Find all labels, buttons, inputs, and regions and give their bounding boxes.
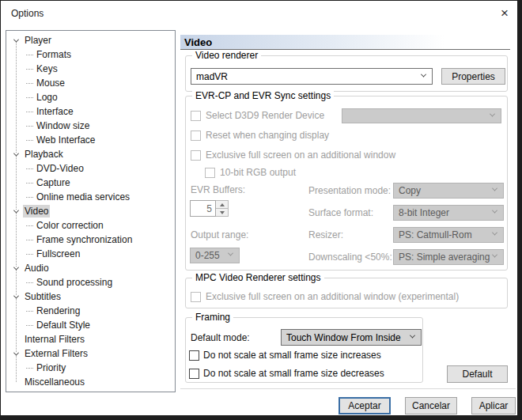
window-title: Options (11, 8, 44, 19)
chevron-down-icon (490, 111, 495, 116)
checkbox-label: Exclusive full screen on an additional w… (206, 291, 459, 302)
checkbox-no-scale-increase[interactable]: Do not scale at small frame size increas… (189, 350, 381, 361)
combo-value: PS: Catmull-Rom (399, 229, 472, 240)
sidebar-item-formats[interactable]: Formats (6, 47, 175, 62)
checkbox-label: Select D3D9 Render Device (206, 110, 324, 121)
checkbox-no-scale-decrease[interactable]: Do not scale at small frame size decreas… (189, 368, 384, 379)
sidebar-item-audio[interactable]: Audio (6, 261, 175, 275)
sidebar-item-player[interactable]: Player (6, 33, 175, 47)
mpc-renderer-group: MPC Video Renderer settings Exclusive fu… (185, 278, 508, 308)
sidebar-item-external-filters[interactable]: External Filters (6, 346, 175, 361)
sidebar-item-label: Interface (36, 106, 74, 117)
sidebar-item-subtitles[interactable]: Subtitles (6, 289, 175, 304)
default-mode-combo[interactable]: Touch Window From Inside (281, 329, 422, 346)
sidebar-item-label: Fullscreen (36, 248, 80, 259)
group-title: MPC Video Renderer settings (192, 272, 324, 283)
sidebar-item-mouse[interactable]: Mouse (6, 76, 175, 90)
downscaling-label: Downscaling <50%: (308, 252, 392, 263)
page-title: Video (180, 35, 510, 50)
sidebar-item-dvd-video[interactable]: DVD-Video (6, 161, 175, 176)
chevron-expanded-icon[interactable] (11, 210, 21, 214)
group-title: Framing (192, 312, 233, 323)
chevron-expanded-icon[interactable] (11, 39, 21, 43)
chevron-down-icon (492, 208, 497, 214)
sidebar-item-label: Rendering (36, 305, 80, 316)
resizer-combo: PS: Catmull-Rom (393, 227, 504, 243)
checkbox-label: Do not scale at small frame size decreas… (203, 368, 384, 379)
sidebar-item-video[interactable]: Video (6, 204, 175, 218)
checkbox-box (191, 131, 201, 141)
sidebar-item-label: Formats (36, 49, 71, 60)
checkbox-label: 10-bit RGB output (220, 167, 296, 178)
group-title: Video renderer (192, 50, 261, 61)
sidebar-item-color-correction[interactable]: Color correction (6, 218, 175, 233)
sidebar-item-frame-synchronization[interactable]: Frame synchronization (6, 233, 175, 247)
combo-value: PS: Simple averaging (399, 252, 490, 263)
spinner-value: 5 (190, 200, 216, 217)
chevron-down-icon (421, 71, 426, 77)
evr-buffers-label: EVR Buffers: (191, 184, 245, 195)
chevron-down-icon (228, 251, 233, 256)
chevron-expanded-icon[interactable] (11, 267, 21, 271)
downscaling-combo: PS: Simple averaging (393, 249, 504, 265)
sidebar-item-label: Priority (36, 362, 66, 373)
default-button[interactable]: Default (447, 365, 508, 383)
video-renderer-group: Video renderer madVR Properties (185, 55, 508, 92)
combo-value: madVR (196, 71, 228, 82)
framing-group: Framing Default mode: Touch Window From … (185, 317, 423, 383)
sidebar-item-label: Capture (36, 177, 70, 188)
checkbox-box (191, 111, 201, 121)
sidebar-item-fullscreen[interactable]: Fullscreen (6, 247, 175, 261)
checkbox-10bit-rgb: 10-bit RGB output (205, 167, 296, 178)
checkbox-box (191, 150, 201, 161)
sidebar-item-interface[interactable]: Interface (6, 104, 175, 119)
sidebar-item-web-interface[interactable]: Web Interface (6, 133, 175, 147)
sidebar-item-capture[interactable]: Capture (6, 176, 175, 190)
sidebar-item-playback[interactable]: Playback (6, 147, 175, 161)
sidebar-item-online-media-services[interactable]: Online media services (6, 190, 175, 204)
sidebar-item-label: Mouse (36, 78, 65, 89)
video-renderer-combo[interactable]: madVR (191, 68, 433, 85)
sidebar-item-label: Audio (23, 262, 51, 274)
sidebar-item-label: Miscellaneous (23, 376, 86, 388)
default-mode-label: Default mode: (191, 332, 250, 343)
sidebar-item-label: Internal Filters (23, 333, 86, 346)
sidebar-item-label: External Filters (23, 347, 89, 360)
sidebar-item-label: Web Interface (36, 134, 95, 146)
close-icon[interactable]: × (496, 5, 513, 22)
sidebar-item-logo[interactable]: Logo (6, 90, 175, 104)
apply-button[interactable]: Aplicar (471, 397, 516, 414)
checkbox-label: Reset when changing display (206, 130, 329, 141)
sidebar-item-rendering[interactable]: Rendering (6, 304, 175, 318)
chevron-down-icon (492, 252, 497, 258)
cancel-button[interactable]: Cancelar (405, 397, 457, 414)
combo-value: Touch Window From Inside (286, 332, 401, 343)
chevron-down-icon (410, 332, 415, 338)
group-title: EVR-CP and EVR Sync settings (192, 90, 334, 101)
resizer-label: Resizer: (308, 229, 343, 240)
chevron-down-icon (492, 186, 497, 191)
checkbox-box (191, 292, 201, 302)
sidebar-item-window-size[interactable]: Window size (6, 119, 175, 133)
checkbox-reset-display: Reset when changing display (191, 130, 329, 141)
footer-separator (180, 388, 516, 389)
chevron-expanded-icon[interactable] (11, 295, 21, 299)
sidebar-item-label: Keys (36, 63, 58, 74)
checkbox-box (189, 350, 199, 361)
evr-settings-group: EVR-CP and EVR Sync settings Select D3D9… (185, 96, 508, 271)
sidebar-item-label: Player (23, 34, 53, 47)
sidebar-item-miscellaneous[interactable]: Miscellaneous (6, 375, 175, 389)
ok-button[interactable]: Aceptar (339, 397, 391, 414)
d3d9-device-combo (342, 108, 501, 123)
properties-button[interactable]: Properties (441, 68, 505, 85)
sidebar-item-keys[interactable]: Keys (6, 62, 175, 76)
sidebar-item-priority[interactable]: Priority (6, 361, 175, 375)
sidebar-item-internal-filters[interactable]: Internal Filters (6, 332, 175, 346)
presentation-mode-combo: Copy (393, 183, 504, 199)
chevron-expanded-icon[interactable] (11, 352, 21, 356)
sidebar-item-sound-processing[interactable]: Sound processing (6, 275, 175, 289)
presentation-mode-label: Presentation mode: (308, 185, 391, 196)
chevron-expanded-icon[interactable] (11, 153, 21, 157)
sidebar-item-default-style[interactable]: Default Style (6, 318, 175, 332)
chevron-down-icon (492, 230, 497, 236)
